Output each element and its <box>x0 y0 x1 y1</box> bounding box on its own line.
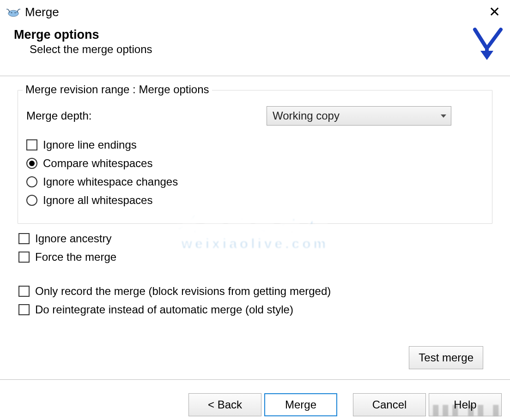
lower-options: Ignore ancestry Force the merge Only rec… <box>18 232 492 316</box>
help-button[interactable]: Help <box>429 393 502 416</box>
merge-depth-row: Merge depth: Working copy <box>26 106 484 126</box>
title-left: Merge <box>6 5 59 19</box>
checkbox-icon <box>18 252 30 263</box>
merge-button[interactable]: Merge <box>264 393 337 416</box>
window-title: Merge <box>25 5 59 19</box>
checkbox-icon <box>26 139 37 150</box>
checkbox-icon <box>18 233 30 244</box>
only-record-merge-checkbox[interactable]: Only record the merge (block revisions f… <box>18 285 492 298</box>
radio-icon <box>26 176 37 187</box>
app-icon <box>6 6 20 18</box>
ignore-whitespace-changes-radio[interactable]: Ignore whitespace changes <box>26 175 484 188</box>
back-button[interactable]: < Back <box>188 393 261 416</box>
reintegrate-checkbox[interactable]: Do reintegrate instead of automatic merg… <box>18 303 492 316</box>
close-icon[interactable]: ✕ <box>485 5 504 19</box>
merge-depth-value: Working copy <box>273 109 340 122</box>
cancel-button[interactable]: Cancel <box>353 393 426 416</box>
radio-icon <box>26 195 37 206</box>
svg-point-2 <box>11 12 12 13</box>
ignore-ancestry-checkbox[interactable]: Ignore ancestry <box>18 232 492 245</box>
merge-options-group: Merge revision range : Merge options Mer… <box>18 90 492 224</box>
checkbox-label: Ignore line endings <box>43 138 137 151</box>
ignore-line-endings-checkbox[interactable]: Ignore line endings <box>26 138 484 151</box>
radio-label: Compare whitespaces <box>43 157 152 170</box>
group-legend: Merge revision range : Merge options <box>23 83 212 96</box>
radio-label: Ignore all whitespaces <box>43 194 152 207</box>
checkbox-icon <box>18 304 30 315</box>
checkbox-label: Do reintegrate instead of automatic merg… <box>35 303 293 316</box>
test-merge-wrap: Test merge <box>409 346 483 369</box>
title-bar: Merge ✕ <box>0 0 510 24</box>
page-title: Merge options <box>14 28 501 42</box>
svg-point-3 <box>15 12 16 13</box>
radio-icon <box>26 158 37 169</box>
checkbox-label: Ignore ancestry <box>35 232 111 245</box>
merge-depth-select[interactable]: Working copy <box>267 106 451 126</box>
radio-label: Ignore whitespace changes <box>43 175 178 188</box>
test-merge-button[interactable]: Test merge <box>409 346 483 369</box>
merge-icon <box>468 27 505 64</box>
wizard-header: Merge options Select the merge options <box>0 24 510 76</box>
content-area: Merge revision range : Merge options Mer… <box>0 76 510 380</box>
wizard-footer: < Back Merge Cancel Help ▮▮▮ ▮▮ ▮ <box>0 380 510 420</box>
checkbox-icon <box>18 286 30 297</box>
checkbox-label: Force the merge <box>35 251 116 264</box>
merge-depth-label: Merge depth: <box>26 109 267 122</box>
compare-whitespaces-radio[interactable]: Compare whitespaces <box>26 157 484 170</box>
chevron-down-icon <box>441 114 446 118</box>
checkbox-label: Only record the merge (block revisions f… <box>35 285 331 298</box>
force-merge-checkbox[interactable]: Force the merge <box>18 251 492 264</box>
ignore-all-whitespaces-radio[interactable]: Ignore all whitespaces <box>26 194 484 207</box>
page-subtitle: Select the merge options <box>30 43 501 56</box>
